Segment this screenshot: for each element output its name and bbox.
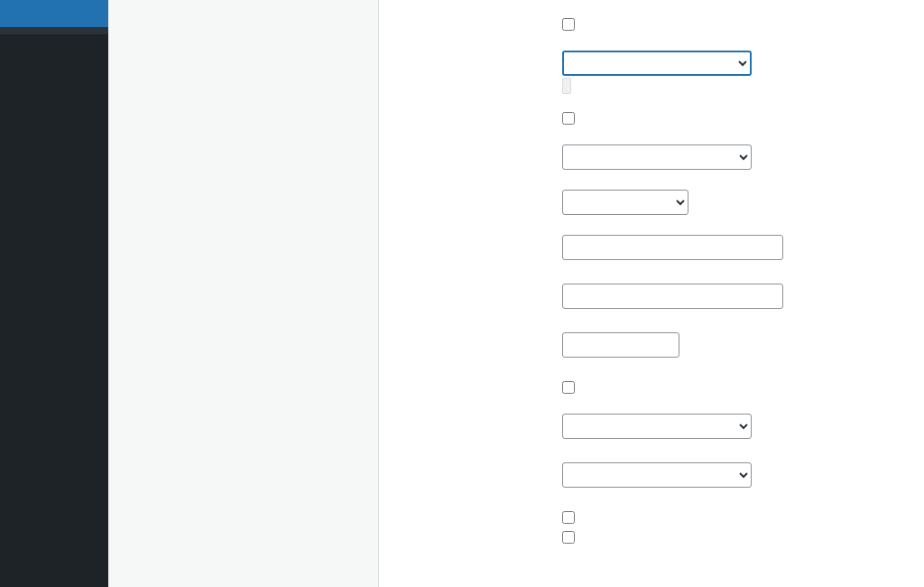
sub-reg-checkbox[interactable] xyxy=(562,112,899,125)
currency-select[interactable] xyxy=(562,144,752,170)
pay-success-select[interactable] xyxy=(562,462,752,488)
gateway-bank[interactable] xyxy=(562,531,899,544)
label-currency xyxy=(404,144,544,148)
label-thousand xyxy=(404,235,544,238)
thousand-input[interactable] xyxy=(562,235,783,260)
checkbox-input[interactable] xyxy=(562,381,575,394)
label-currency-pos xyxy=(404,190,544,193)
checkbox-input[interactable] xyxy=(562,511,575,524)
label-pay-page xyxy=(404,414,544,417)
label-sub-reg xyxy=(404,112,544,116)
shortcode-tag xyxy=(562,78,571,94)
checkbox-input[interactable] xyxy=(562,531,575,544)
label-num-dec xyxy=(404,332,544,336)
sub-pack-select[interactable] xyxy=(562,51,752,76)
wp-admin-sidebar xyxy=(0,0,108,587)
label-enable-payments xyxy=(404,18,544,22)
gateway-paypal[interactable] xyxy=(562,511,899,524)
label-sub-pack xyxy=(404,51,544,54)
num-dec-input[interactable] xyxy=(562,332,679,358)
menu-user-frontend[interactable] xyxy=(0,0,108,27)
label-gateways xyxy=(404,511,544,515)
enable-payments-checkbox[interactable] xyxy=(562,18,899,31)
label-decimal xyxy=(404,284,544,287)
label-sandbox xyxy=(404,381,544,385)
settings-tabs xyxy=(108,0,379,587)
decimal-input[interactable] xyxy=(562,284,783,309)
checkbox-input[interactable] xyxy=(562,112,575,125)
checkbox-input[interactable] xyxy=(562,18,575,31)
settings-content xyxy=(379,0,924,587)
pay-page-select[interactable] xyxy=(562,414,752,439)
label-pay-success xyxy=(404,462,544,466)
users-icon xyxy=(7,6,22,21)
submenu xyxy=(0,27,108,34)
sandbox-checkbox[interactable] xyxy=(562,381,899,394)
currency-pos-select[interactable] xyxy=(562,190,688,215)
sub-pack-desc xyxy=(562,79,899,92)
